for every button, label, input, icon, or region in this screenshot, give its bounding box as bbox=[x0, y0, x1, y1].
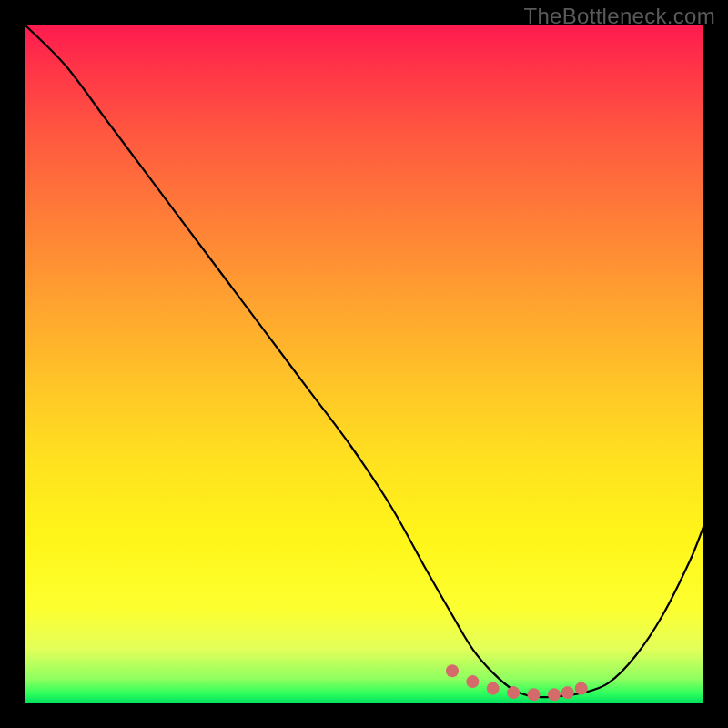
watermark-text: TheBottleneck.com bbox=[523, 4, 715, 29]
gradient-plot-area bbox=[25, 25, 703, 703]
